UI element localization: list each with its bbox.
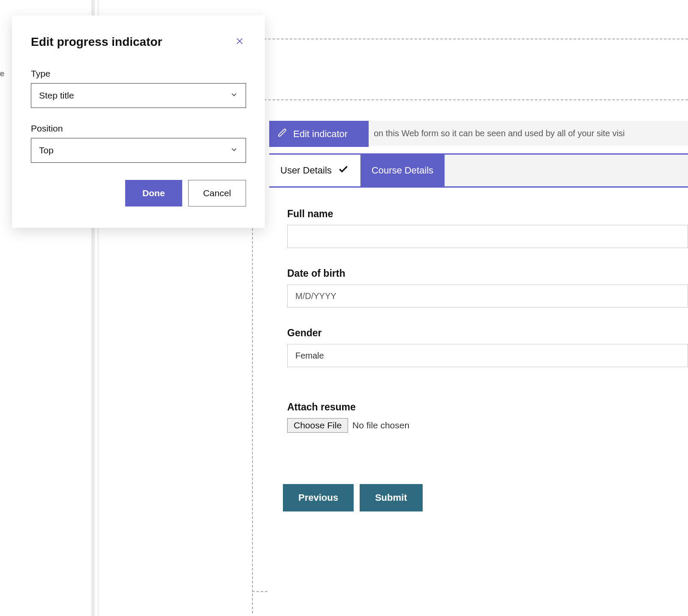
field-resume: Attach resume Choose File No file chosen	[287, 401, 688, 433]
editor-dashed-line	[191, 39, 688, 39]
label-full-name: Full name	[287, 208, 688, 220]
edit-indicator-button[interactable]: Edit indicator	[269, 121, 369, 147]
pencil-icon	[278, 128, 287, 140]
label-position: Position	[31, 123, 246, 134]
step-label: User Details	[280, 165, 332, 176]
label-resume: Attach resume	[287, 401, 688, 413]
select-gender[interactable]	[287, 344, 688, 367]
select-type[interactable]	[31, 83, 246, 108]
close-icon	[235, 36, 244, 48]
field-dob: Date of birth	[287, 268, 688, 308]
edit-indicator-label: Edit indicator	[293, 129, 348, 140]
step-label: Course Details	[372, 165, 433, 176]
label-gender: Gender	[287, 327, 688, 339]
label-type: Type	[31, 69, 246, 79]
field-gender: Gender	[287, 327, 688, 367]
input-full-name[interactable]	[287, 225, 688, 248]
progress-steps: User Details Course Details	[269, 153, 688, 188]
close-button[interactable]	[233, 36, 246, 48]
file-status: No file chosen	[352, 420, 409, 431]
field-full-name: Full name	[287, 208, 688, 248]
previous-button[interactable]: Previous	[283, 484, 354, 511]
check-icon	[338, 164, 349, 177]
step-tab-course-details[interactable]: Course Details	[361, 155, 445, 186]
done-button[interactable]: Done	[125, 180, 182, 206]
cancel-button[interactable]: Cancel	[188, 180, 246, 206]
label-dob: Date of birth	[287, 268, 688, 279]
submit-button[interactable]: Submit	[360, 484, 423, 511]
input-dob[interactable]	[287, 284, 688, 308]
step-tab-user-details[interactable]: User Details	[269, 155, 361, 186]
modal-title: Edit progress indicator	[31, 35, 162, 49]
editor-dashed-line	[191, 99, 688, 100]
select-position[interactable]	[31, 138, 246, 163]
info-banner: on this Web form so it can be seen and u…	[369, 121, 688, 146]
choose-file-button[interactable]: Choose File	[287, 418, 348, 433]
edit-progress-indicator-panel: Edit progress indicator Type Position Do…	[12, 15, 265, 228]
stray-char: e	[0, 69, 4, 78]
form-area: Full name Date of birth Gender Attach re…	[269, 188, 688, 616]
form-actions: Previous Submit	[283, 484, 688, 511]
